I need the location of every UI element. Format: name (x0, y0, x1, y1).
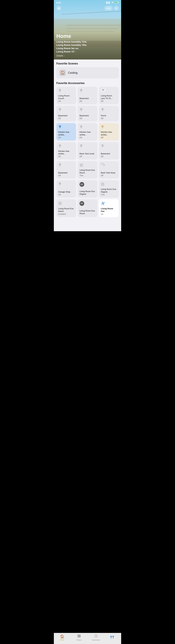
svg-rect-11 (102, 111, 103, 111)
accessory-lr-couch[interactable]: Living Room Couch Off (56, 87, 76, 104)
accessory-backyard-lenai[interactable]: Back Yard Lenai Off (78, 142, 97, 160)
accessory-name: Living Room Eve Degree (101, 188, 117, 193)
svg-rect-31 (60, 185, 60, 186)
icon-area (101, 108, 117, 113)
wifi-icon (111, 2, 114, 4)
accessory-status: Off (80, 100, 96, 102)
svg-rect-7 (60, 111, 60, 111)
accessory-basement3[interactable]: Basement Off (78, 106, 97, 122)
accessory-status: 71% (101, 194, 117, 196)
accessory-status: Off (58, 156, 74, 158)
svg-rect-24 (60, 166, 60, 166)
icon-area (80, 163, 96, 168)
humidity-icon (80, 163, 83, 168)
svg-rect-5 (81, 92, 82, 92)
icon-area (101, 182, 117, 187)
location-button[interactable] (56, 6, 61, 11)
accessory-kitchen-hue1[interactable]: Kitchen Hue ambia... Off (56, 123, 76, 140)
bulb-icon (80, 108, 83, 113)
accessory-basement1[interactable]: Basement Off (78, 87, 97, 104)
svg-rect-8 (81, 110, 82, 111)
status-icons: ▌▌▌ (106, 1, 119, 4)
svg-rect-4 (81, 92, 82, 92)
svg-rect-14 (81, 128, 82, 128)
svg-point-40 (102, 203, 104, 204)
svg-rect-6 (60, 110, 60, 111)
accessory-status: Off (80, 136, 96, 139)
accessory-lr-eve-degree2[interactable]: Living Room Eve Degree 71% (99, 180, 119, 198)
svg-rect-15 (81, 128, 82, 128)
svg-rect-3 (60, 92, 60, 92)
accessories-section: Favorite Accessories L (56, 82, 119, 217)
accessory-lr-eve-room-75[interactable]: Living Room Eve Room 75% (78, 161, 97, 178)
svg-rect-2 (60, 92, 60, 92)
details-link[interactable]: Details › (56, 54, 119, 57)
accessory-name: Living Room Eve Room (80, 169, 96, 174)
accessory-kitchen-hue2[interactable]: Kitchen Hue ambia... Off (78, 123, 97, 140)
scenes-section: Favorite Scenes 🏠 Cooling (56, 62, 119, 78)
accessory-garage-shop[interactable]: Garage Shop Off (56, 180, 76, 198)
accessory-kitchen-hue4[interactable]: Kitchen Hue ambia... Off (56, 142, 76, 160)
accessory-name: Kitchen Hue ambia... (80, 131, 96, 136)
svg-rect-9 (81, 111, 82, 111)
edit-button[interactable]: Edit (104, 6, 113, 10)
accessory-lr-lyric[interactable]: 72° Living Room Lyric T5 Th... Off (99, 87, 119, 104)
accessory-status: Off (101, 100, 117, 102)
accessory-basement4[interactable]: Basement Off (99, 142, 119, 160)
bulb-icon (58, 182, 62, 187)
scene-card-cooling[interactable]: 🏠 Cooling (56, 67, 119, 78)
accessory-status: Off (101, 156, 117, 158)
scene-label: Cooling (68, 71, 78, 74)
accessory-name: Kitchen Hue ambia... (58, 131, 74, 136)
accessory-name: Living Room Fan (101, 208, 117, 213)
accessory-name: Basement (58, 114, 74, 117)
bulb-icon (80, 125, 83, 130)
icon-area (80, 88, 96, 94)
accessory-name: Living Room Eve Room (80, 210, 96, 215)
accessory-lr-eve-room-72[interactable]: 72° Living Room Eve Room (78, 199, 97, 217)
accessory-status: Off (58, 100, 74, 102)
accessory-lr-eve-room-excellent[interactable]: Living Room Eve Room Excellent (56, 199, 76, 217)
accessory-basement5[interactable]: Basement Off (56, 161, 76, 178)
accessory-porch[interactable]: Porch Off (99, 106, 119, 122)
status-line-1: Living Room humidity 71%. (56, 40, 119, 43)
temp-badge: 72° (80, 182, 84, 187)
header-controls: Edit + (54, 6, 121, 11)
accessory-status: Excellent (58, 213, 74, 215)
battery-icon (114, 1, 119, 4)
status-time: 9:01 (56, 1, 61, 4)
bulb-icon (101, 125, 104, 130)
icon-area: 72° (101, 88, 117, 92)
accessory-name: Living Room Eve Degree (80, 190, 96, 196)
humidity-icon (101, 182, 104, 187)
accessory-basement2[interactable]: Basement Off (56, 106, 76, 122)
svg-rect-19 (60, 147, 60, 148)
accessory-status: Off (58, 194, 74, 196)
accessory-kitchen-hue3[interactable]: Kitchen Hue ambia... Off (99, 123, 119, 140)
svg-rect-17 (102, 128, 103, 128)
icon-area: 72° (80, 182, 96, 187)
status-line-2: Living Room humidity 75%. (56, 43, 119, 47)
icon-area (80, 108, 96, 113)
svg-rect-30 (60, 185, 60, 185)
accessory-status: Off (101, 174, 117, 177)
add-button[interactable]: + (114, 6, 119, 10)
accessory-name: Basement (80, 97, 96, 100)
bulb-icon (58, 88, 62, 94)
accessory-status: Off (58, 118, 74, 120)
accessory-status: Off (58, 174, 74, 177)
svg-rect-1 (115, 2, 118, 3)
svg-rect-10 (102, 110, 103, 111)
bulb-icon (58, 163, 62, 168)
accessory-name: Living Room Lyric T5 Th... (101, 94, 117, 100)
hose-icon (101, 163, 105, 167)
accessory-lr-eve-degree1[interactable]: 72° Living Room Eve Degree (78, 180, 97, 198)
accessory-status: Off (80, 118, 96, 120)
icon-area (101, 144, 117, 149)
accessory-backyard-hose[interactable]: Back Yard Hose Off (99, 161, 119, 178)
icon-area (58, 182, 74, 187)
accessory-status: On (101, 213, 117, 215)
accessory-status: 75% (80, 174, 96, 177)
accessory-lr-fan[interactable]: Living Room Fan On (99, 199, 119, 217)
fan-icon (101, 201, 105, 206)
